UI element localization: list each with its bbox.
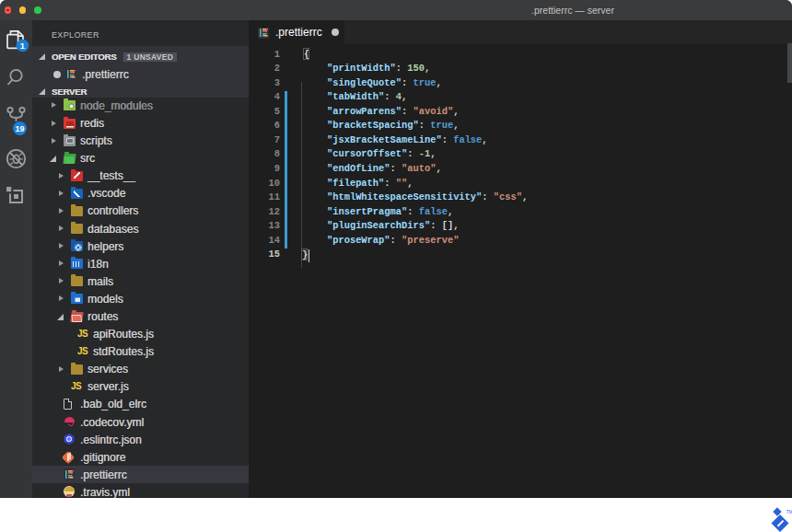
- svg-text:19: 19: [15, 124, 24, 133]
- svg-text:1: 1: [20, 40, 26, 51]
- svg-text:TM: TM: [786, 510, 792, 515]
